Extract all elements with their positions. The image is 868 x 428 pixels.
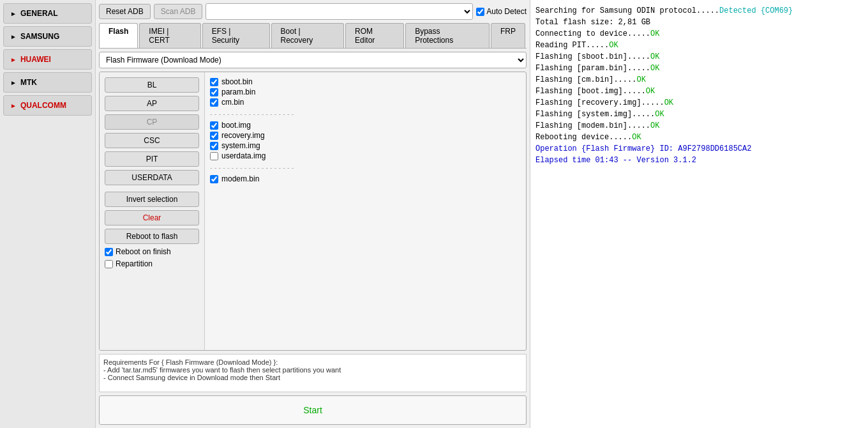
file-checkbox[interactable] xyxy=(210,88,218,96)
file-checkbox[interactable] xyxy=(210,121,218,130)
invert-selection-button[interactable]: Invert selection xyxy=(105,192,199,207)
arrow-icon: ► xyxy=(10,10,17,17)
file-name: modem.bin xyxy=(221,174,259,183)
requirements-box: Requirements For { Flash Firmware (Downl… xyxy=(99,354,527,392)
log-line: Elapsed time 01:43 -- Version 3.1.2 xyxy=(535,155,863,166)
log-line: Flashing [sboot.bin].....OK xyxy=(535,51,863,63)
arrow-icon: ► xyxy=(10,79,17,86)
reboot-on-finish-checkbox[interactable] xyxy=(105,248,113,256)
reboot-on-finish-label: Reboot on finish xyxy=(116,247,171,256)
log-line: Flashing [modem.bin].....OK xyxy=(535,120,863,132)
file-item: system.img xyxy=(210,141,521,150)
tab-frp[interactable]: FRP xyxy=(491,23,525,48)
file-separator: - - - - - - - - - - - - - - - - - - - - xyxy=(210,164,521,171)
file-list-panel: sboot.binparam.bincm.bin- - - - - - - - … xyxy=(205,72,526,350)
tab-efs-security[interactable]: EFS | Security xyxy=(202,23,270,48)
reboot-to-flash-button[interactable]: Reboot to flash xyxy=(105,229,199,244)
sidebar-item-mtk[interactable]: ► MTK xyxy=(3,72,92,93)
mode-select[interactable]: Flash Firmware (Download Mode) xyxy=(99,52,527,68)
file-checkbox[interactable] xyxy=(210,98,218,107)
log-line: Flashing [cm.bin].....OK xyxy=(535,74,863,86)
top-bar: Reset ADB Scan ADB Auto Detect xyxy=(99,3,527,20)
file-item: cm.bin xyxy=(210,98,521,107)
start-btn-row: Start xyxy=(99,395,527,425)
log-line: Searching for Samsung ODIN protocol.....… xyxy=(535,5,863,17)
tab-flash[interactable]: Flash xyxy=(99,23,138,48)
start-button[interactable]: Start xyxy=(99,395,527,425)
repartition-row: Repartition xyxy=(105,259,199,268)
arrow-icon: ► xyxy=(10,102,17,109)
scan-adb-button[interactable]: Scan ADB xyxy=(154,4,203,19)
pit-button[interactable]: PIT xyxy=(105,151,199,167)
sidebar-item-qualcomm[interactable]: ► QUALCOMM xyxy=(3,95,92,116)
auto-detect-label: Auto Detect xyxy=(486,7,527,16)
bl-button[interactable]: BL xyxy=(105,77,199,93)
log-panel: Searching for Samsung ODIN protocol.....… xyxy=(530,0,868,428)
file-name: cm.bin xyxy=(221,98,244,107)
file-checkbox[interactable] xyxy=(210,132,218,140)
file-item: userdata.img xyxy=(210,151,521,160)
file-name: system.img xyxy=(221,141,260,150)
file-checkbox[interactable] xyxy=(210,78,218,86)
log-line: Reading PIT.....OK xyxy=(535,40,863,51)
requirements-title: Requirements For { Flash Firmware (Downl… xyxy=(103,358,278,366)
file-checkbox[interactable] xyxy=(210,175,218,183)
file-item: boot.img xyxy=(210,121,521,130)
sidebar-item-label: SAMSUNG xyxy=(20,32,59,41)
requirements-line-1: - Add 'tar.tar.md5' firmwares you want t… xyxy=(103,366,341,374)
file-name: param.bin xyxy=(221,88,255,96)
file-checkbox[interactable] xyxy=(210,142,218,150)
file-item: sboot.bin xyxy=(210,77,521,86)
auto-detect-checkbox[interactable] xyxy=(476,8,484,16)
repartition-checkbox[interactable] xyxy=(105,260,113,268)
tab-rom-editor[interactable]: ROM Editor xyxy=(345,23,404,48)
userdata-button[interactable]: USERDATA xyxy=(105,170,199,185)
log-line: Rebooting device.....OK xyxy=(535,132,863,143)
sidebar-item-label: GENERAL xyxy=(20,9,58,18)
auto-detect-row: Auto Detect xyxy=(476,7,527,16)
mode-select-row: Flash Firmware (Download Mode) xyxy=(99,52,527,68)
sidebar: ► GENERAL ► SAMSUNG ► HUAWEI ► MTK ► QUA… xyxy=(0,0,96,428)
tab-boot-recovery[interactable]: Boot | Recovery xyxy=(271,23,344,48)
reboot-on-finish-row: Reboot on finish xyxy=(105,247,199,256)
sidebar-item-samsung[interactable]: ► SAMSUNG xyxy=(3,26,92,47)
sidebar-item-label: HUAWEI xyxy=(20,55,51,64)
log-line: Operation {Flash Firmware} ID: A9F2798DD… xyxy=(535,143,863,155)
log-line: Flashing [boot.img].....OK xyxy=(535,86,863,97)
cp-button[interactable]: CP xyxy=(105,114,199,130)
log-line: Total flash size: 2,81 GB xyxy=(535,17,863,28)
csc-button[interactable]: CSC xyxy=(105,133,199,148)
log-line: Connecting to device.....OK xyxy=(535,28,863,40)
arrow-icon: ► xyxy=(10,56,17,63)
file-separator: - - - - - - - - - - - - - - - - - - - - xyxy=(210,110,521,118)
tab-imei-cert[interactable]: IMEI | CERT xyxy=(139,23,200,48)
file-name: boot.img xyxy=(221,121,251,130)
arrow-icon: ► xyxy=(10,33,17,40)
file-item: recovery.img xyxy=(210,131,521,140)
sidebar-item-general[interactable]: ► GENERAL xyxy=(3,3,92,24)
sidebar-item-label: MTK xyxy=(20,78,37,87)
file-item: modem.bin xyxy=(210,174,521,183)
ap-button[interactable]: AP xyxy=(105,96,199,111)
sidebar-item-label: QUALCOMM xyxy=(20,101,66,110)
file-name: sboot.bin xyxy=(221,77,253,86)
log-line: Flashing [param.bin].....OK xyxy=(535,63,863,74)
file-name: userdata.img xyxy=(221,151,266,160)
log-line: Flashing [recovery.img].....OK xyxy=(535,97,863,109)
file-name: recovery.img xyxy=(221,131,265,140)
reset-adb-button[interactable]: Reset ADB xyxy=(99,4,151,19)
file-item: param.bin xyxy=(210,88,521,96)
partition-panel: BL AP CP CSC PIT USERDATA Invert selecti… xyxy=(100,72,205,350)
flash-body: BL AP CP CSC PIT USERDATA Invert selecti… xyxy=(99,72,527,351)
requirements-line-2: - Connect Samsung device in Download mod… xyxy=(103,374,280,381)
flash-panel: Flash Firmware (Download Mode) BL AP CP … xyxy=(99,52,527,425)
sidebar-item-huawei[interactable]: ► HUAWEI xyxy=(3,49,92,70)
file-checkbox[interactable] xyxy=(210,152,218,160)
clear-button[interactable]: Clear xyxy=(105,210,199,225)
tabs-bar: Flash IMEI | CERT EFS | Security Boot | … xyxy=(99,23,527,49)
repartition-label: Repartition xyxy=(116,259,153,268)
device-select[interactable] xyxy=(206,3,473,20)
log-line: Flashing [system.img].....OK xyxy=(535,109,863,120)
main-content: Reset ADB Scan ADB Auto Detect Flash IME… xyxy=(96,0,530,428)
tab-bypass-protections[interactable]: Bypass Protections xyxy=(405,23,490,48)
